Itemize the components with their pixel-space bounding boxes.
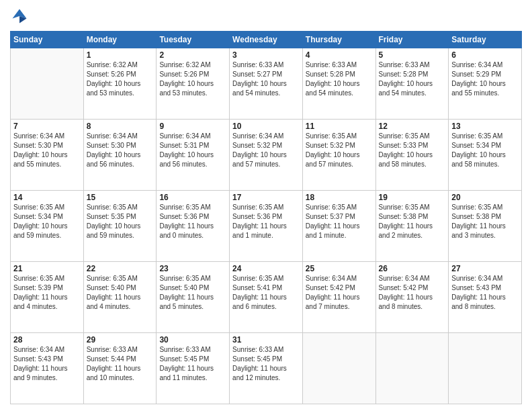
calendar-cell: 6Sunrise: 6:34 AMSunset: 5:29 PMDaylight… [449, 48, 522, 120]
day-number: 6 [451, 50, 519, 60]
cell-line: Daylight: 10 hours [306, 150, 373, 160]
cell-line: Sunset: 5:32 PM [306, 141, 373, 150]
calendar-cell: 31Sunrise: 6:33 AMSunset: 5:45 PMDayligh… [230, 333, 303, 404]
calendar-week-row: 14Sunrise: 6:35 AMSunset: 5:34 PMDayligh… [11, 191, 522, 262]
calendar-week-row: 21Sunrise: 6:35 AMSunset: 5:39 PMDayligh… [11, 262, 522, 333]
cell-line: Sunrise: 6:33 AM [159, 345, 226, 355]
calendar-cell: 30Sunrise: 6:33 AMSunset: 5:45 PMDayligh… [157, 333, 230, 404]
day-number: 10 [232, 122, 300, 131]
day-number: 9 [159, 122, 226, 131]
cell-line: and 55 minutes. [13, 160, 81, 169]
header [10, 7, 522, 26]
day-number: 18 [306, 193, 373, 202]
calendar-cell: 2Sunrise: 6:32 AMSunset: 5:26 PMDaylight… [157, 48, 230, 120]
day-number: 19 [379, 193, 446, 202]
calendar-cell: 20Sunrise: 6:35 AMSunset: 5:38 PMDayligh… [449, 191, 522, 262]
cell-line: Sunrise: 6:35 AM [232, 203, 300, 212]
cell-line: Daylight: 10 hours [232, 79, 300, 89]
calendar-cell: 13Sunrise: 6:35 AMSunset: 5:34 PMDayligh… [449, 120, 522, 191]
cell-line: Daylight: 11 hours [159, 293, 226, 302]
cell-line: Daylight: 11 hours [13, 364, 81, 373]
calendar-day-header: Saturday [449, 32, 522, 48]
cell-line: Sunset: 5:34 PM [451, 141, 519, 150]
cell-line: and 5 minutes. [159, 302, 226, 312]
calendar-cell: 18Sunrise: 6:35 AMSunset: 5:37 PMDayligh… [302, 191, 375, 262]
cell-line: Daylight: 10 hours [306, 79, 373, 89]
cell-line: Sunrise: 6:35 AM [232, 274, 300, 283]
cell-line: Sunrise: 6:35 AM [13, 274, 81, 283]
cell-line: Daylight: 11 hours [232, 364, 300, 373]
cell-line: Sunset: 5:33 PM [379, 141, 446, 150]
cell-line: Sunrise: 6:34 AM [306, 274, 373, 283]
cell-line: Sunrise: 6:35 AM [379, 203, 446, 212]
day-number: 31 [232, 335, 300, 345]
calendar-cell: 22Sunrise: 6:35 AMSunset: 5:40 PMDayligh… [83, 262, 157, 333]
cell-line: and 56 minutes. [159, 160, 226, 169]
day-number: 15 [87, 193, 154, 202]
cell-line: and 8 minutes. [379, 302, 446, 312]
cell-line: Sunset: 5:30 PM [13, 141, 81, 150]
calendar-cell: 8Sunrise: 6:34 AMSunset: 5:30 PMDaylight… [83, 120, 157, 191]
calendar-week-row: 7Sunrise: 6:34 AMSunset: 5:30 PMDaylight… [11, 120, 522, 191]
calendar-cell: 27Sunrise: 6:34 AMSunset: 5:43 PMDayligh… [449, 262, 522, 333]
cell-line: and 12 minutes. [232, 373, 300, 383]
cell-line: Daylight: 11 hours [232, 222, 300, 231]
cell-line: Sunrise: 6:34 AM [159, 132, 226, 141]
cell-line: Daylight: 11 hours [451, 222, 519, 231]
calendar-cell: 29Sunrise: 6:33 AMSunset: 5:44 PMDayligh… [83, 333, 157, 404]
day-number: 23 [159, 264, 226, 273]
calendar-cell: 5Sunrise: 6:33 AMSunset: 5:28 PMDaylight… [375, 48, 449, 120]
day-number: 30 [159, 335, 226, 345]
day-number: 5 [379, 50, 446, 60]
calendar-cell: 7Sunrise: 6:34 AMSunset: 5:30 PMDaylight… [11, 120, 84, 191]
day-number: 8 [87, 122, 154, 131]
cell-line: Daylight: 10 hours [159, 150, 226, 160]
cell-line: and 3 minutes. [451, 231, 519, 240]
cell-line: Sunset: 5:40 PM [87, 283, 154, 293]
cell-line: Sunrise: 6:34 AM [451, 60, 519, 70]
cell-line: Sunrise: 6:35 AM [87, 274, 154, 283]
calendar-cell: 28Sunrise: 6:34 AMSunset: 5:43 PMDayligh… [11, 333, 84, 404]
cell-line: Sunset: 5:37 PM [306, 212, 373, 222]
cell-line: Sunset: 5:26 PM [87, 70, 154, 79]
cell-line: and 10 minutes. [87, 373, 154, 383]
day-number: 24 [232, 264, 300, 273]
calendar-cell [302, 333, 375, 404]
cell-line: Daylight: 11 hours [159, 222, 226, 231]
cell-line: Sunset: 5:44 PM [87, 355, 154, 364]
cell-line: Sunset: 5:27 PM [232, 70, 300, 79]
cell-line: Sunset: 5:29 PM [451, 70, 519, 79]
cell-line: Sunrise: 6:35 AM [451, 132, 519, 141]
day-number: 25 [306, 264, 373, 273]
calendar-cell: 23Sunrise: 6:35 AMSunset: 5:40 PMDayligh… [157, 262, 230, 333]
cell-line: Daylight: 11 hours [451, 293, 519, 302]
calendar-cell: 3Sunrise: 6:33 AMSunset: 5:27 PMDaylight… [230, 48, 303, 120]
cell-line: Daylight: 11 hours [13, 293, 81, 302]
cell-line: Sunset: 5:39 PM [13, 283, 81, 293]
cell-line: Daylight: 11 hours [379, 222, 446, 231]
calendar-cell: 19Sunrise: 6:35 AMSunset: 5:38 PMDayligh… [375, 191, 449, 262]
cell-line: Daylight: 11 hours [306, 222, 373, 231]
day-number: 3 [232, 50, 300, 60]
day-number: 22 [87, 264, 154, 273]
calendar-cell: 25Sunrise: 6:34 AMSunset: 5:42 PMDayligh… [302, 262, 375, 333]
cell-line: Sunset: 5:35 PM [87, 212, 154, 222]
cell-line: and 8 minutes. [451, 302, 519, 312]
logo-icon [10, 7, 29, 26]
day-number: 11 [306, 122, 373, 131]
cell-line: Sunset: 5:28 PM [379, 70, 446, 79]
day-number: 29 [87, 335, 154, 345]
cell-line: Sunrise: 6:33 AM [232, 60, 300, 70]
day-number: 16 [159, 193, 226, 202]
cell-line: and 58 minutes. [451, 160, 519, 169]
day-number: 20 [451, 193, 519, 202]
cell-line: and 7 minutes. [306, 302, 373, 312]
cell-line: Daylight: 11 hours [379, 293, 446, 302]
calendar-day-header: Friday [375, 32, 449, 48]
cell-line: Sunrise: 6:34 AM [13, 345, 81, 355]
cell-line: Sunset: 5:45 PM [232, 355, 300, 364]
logo [10, 7, 32, 26]
calendar-cell: 4Sunrise: 6:33 AMSunset: 5:28 PMDaylight… [302, 48, 375, 120]
calendar-day-header: Wednesday [230, 32, 303, 48]
cell-line: Sunset: 5:45 PM [159, 355, 226, 364]
